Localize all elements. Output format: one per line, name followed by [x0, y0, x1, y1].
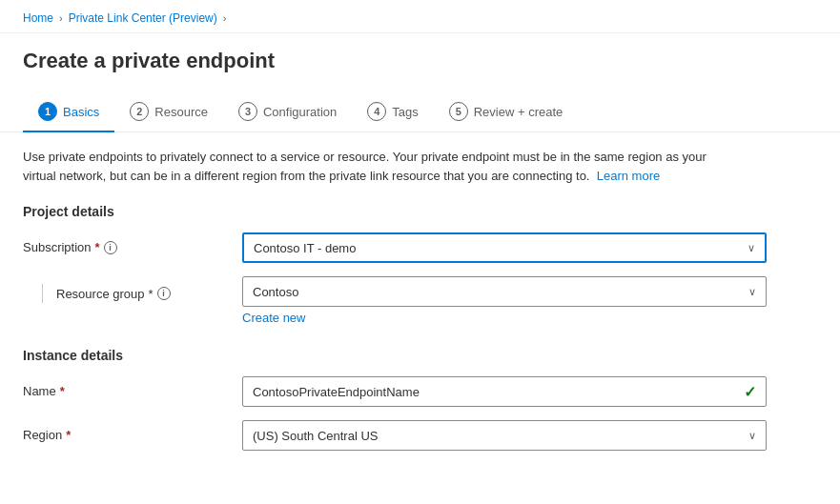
resource-group-chevron-icon: ∨: [748, 286, 756, 298]
breadcrumb: Home › Private Link Center (Preview) ›: [0, 0, 840, 33]
name-input[interactable]: ContosoPrivateEndpointName ✓: [242, 376, 767, 407]
region-chevron-icon: ∨: [748, 430, 756, 442]
create-new-link[interactable]: Create new: [242, 311, 767, 325]
tab-basics-number: 1: [38, 102, 57, 121]
tab-review-create-label: Review + create: [474, 105, 563, 119]
tab-resource-number: 2: [130, 102, 149, 121]
subscription-label: Subscription * i: [23, 232, 242, 254]
tab-resource[interactable]: 2 Resource: [114, 92, 223, 132]
subscription-info-icon[interactable]: i: [104, 241, 117, 254]
region-value: (US) South Central US: [253, 429, 379, 443]
tab-configuration-number: 3: [238, 102, 257, 121]
tab-review-create-number: 5: [449, 102, 468, 121]
description-text: Use private endpoints to privately conne…: [23, 148, 709, 185]
tab-configuration-label: Configuration: [263, 105, 337, 119]
name-value: ContosoPrivateEndpointName: [253, 385, 420, 399]
instance-details-title: Instance details: [23, 348, 817, 363]
page-title: Create a private endpoint: [23, 49, 817, 73]
tab-basics[interactable]: 1 Basics: [23, 92, 114, 132]
region-row: Region * (US) South Central US ∨: [23, 420, 767, 451]
project-details-title: Project details: [23, 204, 817, 219]
tab-tags[interactable]: 4 Tags: [352, 92, 433, 132]
breadcrumb-home[interactable]: Home: [23, 11, 53, 25]
resource-group-info-icon[interactable]: i: [157, 287, 171, 300]
region-control: (US) South Central US ∨: [242, 420, 767, 451]
tab-basics-label: Basics: [63, 105, 99, 119]
breadcrumb-sep-1: ›: [59, 12, 63, 24]
tab-bar: 1 Basics 2 Resource 3 Configuration 4 Ta…: [0, 92, 840, 132]
project-details-section: Project details Subscription * i Contoso…: [23, 204, 817, 325]
subscription-required: *: [95, 240, 100, 254]
page-header: Create a private endpoint: [0, 33, 840, 73]
resource-group-label: Resource group * i: [23, 276, 242, 303]
content-area: Use private endpoints to privately conne…: [0, 148, 840, 496]
name-required: *: [60, 384, 65, 398]
tab-tags-number: 4: [367, 102, 386, 121]
tab-review-create[interactable]: 5 Review + create: [434, 92, 579, 132]
resource-group-row: Resource group * i Contoso ∨ Create new: [23, 276, 767, 325]
subscription-row: Subscription * i Contoso IT - demo ∨: [23, 232, 767, 263]
subscription-chevron-icon: ∨: [748, 242, 755, 254]
indent-line: [42, 284, 43, 303]
region-dropdown[interactable]: (US) South Central US ∨: [242, 420, 767, 451]
tab-tags-label: Tags: [392, 105, 418, 119]
tab-configuration[interactable]: 3 Configuration: [223, 92, 352, 132]
resource-group-required: *: [149, 287, 154, 301]
region-required: *: [66, 428, 71, 442]
subscription-value: Contoso IT - demo: [254, 241, 356, 255]
instance-details-section: Instance details Name * ContosoPrivateEn…: [23, 348, 817, 451]
breadcrumb-sep-2: ›: [223, 12, 227, 24]
region-label: Region *: [23, 420, 242, 442]
learn-more-link[interactable]: Learn more: [597, 169, 660, 183]
breadcrumb-private-link[interactable]: Private Link Center (Preview): [69, 11, 217, 25]
resource-group-dropdown[interactable]: Contoso ∨: [242, 276, 767, 307]
tab-resource-label: Resource: [154, 105, 208, 119]
subscription-dropdown[interactable]: Contoso IT - demo ∨: [242, 232, 767, 263]
name-row: Name * ContosoPrivateEndpointName ✓: [23, 376, 767, 407]
subscription-control: Contoso IT - demo ∨: [242, 232, 767, 263]
resource-group-value: Contoso: [253, 285, 298, 299]
name-control: ContosoPrivateEndpointName ✓: [242, 376, 767, 407]
resource-group-control: Contoso ∨ Create new: [242, 276, 767, 325]
name-label: Name *: [23, 376, 242, 398]
name-valid-icon: ✓: [744, 383, 756, 401]
